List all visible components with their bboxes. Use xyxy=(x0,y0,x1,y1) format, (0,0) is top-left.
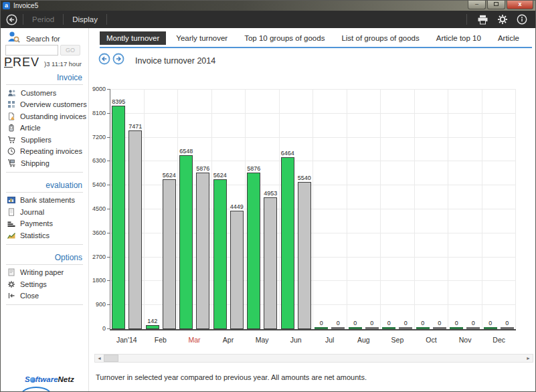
bar-previous-year xyxy=(501,327,514,329)
go-button[interactable]: GO xyxy=(60,45,80,56)
section-header-options: Options xyxy=(1,253,88,263)
y-axis-label: 2700 xyxy=(79,254,106,260)
tab-yearly-turnover[interactable]: Yearly turnover xyxy=(169,31,234,45)
x-axis-label-jun: Jun xyxy=(279,336,313,344)
close-button[interactable]: x xyxy=(507,1,533,9)
scroll-right-icon[interactable]: ► xyxy=(524,355,533,362)
prev-period-button[interactable] xyxy=(98,53,110,65)
section-divider xyxy=(6,192,83,193)
sidebar-item-repeating-invoices[interactable]: Repeating invoices xyxy=(1,146,88,158)
menu-item-period[interactable]: Period xyxy=(23,15,63,23)
bar-value-label: 5876 xyxy=(247,165,260,172)
bar-value-label: 0 xyxy=(404,320,408,326)
sidebar-item-label: Bank statements xyxy=(20,196,75,204)
sidebar-item-shipping[interactable]: Shipping xyxy=(1,157,88,169)
bar-selected-year xyxy=(450,327,463,329)
next-period-button[interactable] xyxy=(112,53,124,65)
sidebar-item-label: Writing paper xyxy=(20,268,64,276)
tab-article-top-10[interactable]: Article top 10 xyxy=(430,31,488,45)
sidebar-item-close[interactable]: Close xyxy=(1,290,88,302)
month-group-nov: 00 xyxy=(448,90,482,329)
tab-underline xyxy=(100,47,532,48)
bar-value-label: 0 xyxy=(337,320,340,326)
bar-value-label: 5540 xyxy=(298,175,311,181)
tab-list-of-groups-of-goods[interactable]: List of groups of goods xyxy=(335,31,426,45)
bar-wrap: 0 xyxy=(501,320,514,329)
menu-separator xyxy=(466,14,467,25)
tab-bar: Montly turnoverYearly turnoverTop 10 gro… xyxy=(100,30,536,45)
month-group-mar: 65485876 xyxy=(178,90,212,329)
sidebar-item-statistics[interactable]: Statistics xyxy=(1,229,88,241)
scroll-left-icon[interactable]: ◄ xyxy=(95,355,104,362)
article-icon xyxy=(7,124,15,132)
sidebar-sections: InvoiceCustomersOverview customersOustan… xyxy=(1,73,88,313)
x-axis-label-apr: Apr xyxy=(211,336,246,344)
sidebar-item-label: Settings xyxy=(20,280,47,288)
sidebar-item-label: Oustanding invoices xyxy=(20,112,86,120)
section-gap xyxy=(1,247,88,253)
menu-item-display[interactable]: Display xyxy=(64,15,106,23)
y-axis-label: 8100 xyxy=(79,110,106,116)
bar-selected-year xyxy=(349,327,362,329)
softwarenetz-logo: SftwareNetz xyxy=(25,375,74,383)
bar-value-label: 0 xyxy=(353,320,357,326)
overview-customers-icon xyxy=(7,100,15,108)
bar-wrap: 0 xyxy=(365,320,379,329)
bar-wrap: 4449 xyxy=(230,203,244,329)
month-group-aug: 00 xyxy=(347,90,381,329)
tab-article[interactable]: Article xyxy=(491,31,526,45)
outstanding-invoices-icon xyxy=(7,112,15,120)
menu-bar: Period Display xyxy=(1,11,535,28)
horizontal-scrollbar[interactable]: ◄ ► xyxy=(94,354,533,363)
sidebar-item-oustanding-invoices[interactable]: Oustanding invoices xyxy=(1,110,88,122)
x-axis-label-may: May xyxy=(245,336,279,344)
bar-wrap: 5624 xyxy=(163,172,176,329)
month-group-dec: 00 xyxy=(482,90,517,329)
back-arrow-icon xyxy=(6,14,17,25)
month-group-oct: 00 xyxy=(415,90,449,329)
bar-value-label: 6548 xyxy=(179,148,193,155)
writing-paper-icon xyxy=(7,268,15,276)
bar-value-label: 4953 xyxy=(264,190,277,197)
bar-wrap: 6464 xyxy=(281,150,294,329)
window-title: Invoice5 xyxy=(13,2,468,9)
section-header-evaluation: evaluation xyxy=(1,181,88,191)
bar-wrap: 0 xyxy=(349,320,362,329)
bar-previous-year xyxy=(163,179,176,329)
bar-wrap: 5624 xyxy=(213,172,227,329)
sidebar-item-settings[interactable]: Settings xyxy=(1,278,88,290)
x-axis-label-oct: Oct xyxy=(414,336,448,344)
tab-customers[interactable]: Customers xyxy=(529,31,536,45)
scrollbar-thumb[interactable] xyxy=(104,355,118,362)
sidebar-item-payments[interactable]: Payments xyxy=(1,218,88,230)
bar-value-label: 5624 xyxy=(163,172,176,179)
printer-icon[interactable] xyxy=(477,15,488,25)
bar-previous-year xyxy=(128,130,142,329)
sidebar-item-suppliers[interactable]: Suppliers xyxy=(1,134,88,146)
search-input[interactable] xyxy=(5,45,58,56)
settings-icon[interactable] xyxy=(497,14,508,25)
sidebar-item-article[interactable]: Article xyxy=(1,122,88,134)
chart-title: Invoice turnover 2014 xyxy=(135,56,215,66)
title-bar: a Invoice5 – x xyxy=(1,1,535,11)
bar-value-label: 0 xyxy=(488,320,492,326)
sidebar-item-journal[interactable]: Journal xyxy=(1,206,88,218)
chart-x-axis-labels: Jan'14FebMarAprMayJunJulAugSepOctNovDec xyxy=(110,336,516,344)
sidebar-item-customers[interactable]: Customers xyxy=(1,87,88,99)
tab-montly-turnover[interactable]: Montly turnover xyxy=(100,31,166,45)
bar-value-label: 0 xyxy=(455,320,458,326)
bar-value-label: 6464 xyxy=(281,150,294,157)
tab-top-10-groups-of-goods[interactable]: Top 10 groups of goods xyxy=(238,31,331,45)
sidebar-item-bank-statements[interactable]: Bank statements xyxy=(1,195,88,207)
y-axis-label: 0 xyxy=(79,325,106,332)
bar-value-label: 142 xyxy=(147,318,157,324)
sidebar-item-overview-customers[interactable]: Overview customers xyxy=(1,99,88,111)
back-button[interactable] xyxy=(6,14,17,25)
bar-wrap: 0 xyxy=(433,320,446,329)
info-icon[interactable] xyxy=(517,14,527,25)
maximize-button[interactable] xyxy=(487,1,505,9)
bar-value-label: 5876 xyxy=(196,165,209,172)
sidebar-item-writing-paper[interactable]: Writing paper xyxy=(1,267,88,279)
bar-wrap: 0 xyxy=(484,320,497,329)
minimize-button[interactable]: – xyxy=(468,1,486,9)
